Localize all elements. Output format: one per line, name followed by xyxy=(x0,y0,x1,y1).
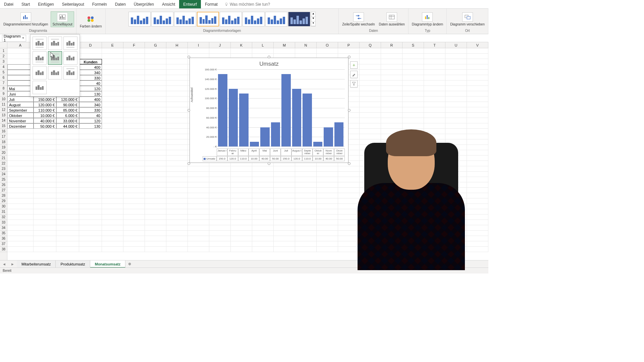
cell[interactable]: 33.000 € xyxy=(56,118,79,123)
cell[interactable] xyxy=(102,150,123,156)
cell[interactable] xyxy=(123,48,145,54)
cell[interactable] xyxy=(79,54,102,59)
cell[interactable] xyxy=(274,231,295,236)
cell[interactable] xyxy=(360,204,381,209)
cell[interactable] xyxy=(295,220,317,225)
cell[interactable] xyxy=(360,75,381,80)
cell[interactable] xyxy=(209,204,231,209)
cell[interactable] xyxy=(56,241,79,247)
cell[interactable] xyxy=(467,241,488,247)
cell[interactable] xyxy=(360,70,381,75)
cell[interactable] xyxy=(166,177,188,182)
cell[interactable]: November xyxy=(7,118,34,123)
layout-8[interactable] xyxy=(48,66,62,79)
cell[interactable] xyxy=(79,193,102,198)
cell[interactable] xyxy=(123,102,145,107)
cell[interactable] xyxy=(467,59,488,64)
cell[interactable] xyxy=(402,86,424,91)
cell[interactable] xyxy=(7,54,34,59)
cell[interactable] xyxy=(7,231,34,236)
cell[interactable] xyxy=(34,193,56,198)
cell[interactable] xyxy=(317,188,338,193)
cell[interactable]: 120 xyxy=(79,86,102,91)
sheet-tab-produkt[interactable]: Produktumsatz xyxy=(56,260,90,268)
row-header-8[interactable]: 8 xyxy=(0,86,7,91)
cell[interactable] xyxy=(231,48,252,54)
cell[interactable] xyxy=(7,139,34,145)
cell[interactable] xyxy=(295,236,317,241)
sheet-tab-mitarbeiter[interactable]: Mitarbeiterumsatz xyxy=(17,260,56,268)
cell[interactable] xyxy=(188,209,209,215)
cell[interactable] xyxy=(295,48,317,54)
cell[interactable] xyxy=(209,188,231,193)
cell[interactable] xyxy=(445,177,467,182)
cell[interactable] xyxy=(123,54,145,59)
cell[interactable] xyxy=(145,97,166,102)
cell[interactable] xyxy=(424,123,445,129)
cell[interactable] xyxy=(467,215,488,220)
cell[interactable] xyxy=(274,166,295,172)
cell[interactable] xyxy=(145,145,166,150)
cell[interactable] xyxy=(381,172,402,177)
cell[interactable] xyxy=(402,129,424,134)
cell[interactable] xyxy=(467,86,488,91)
cell[interactable] xyxy=(360,80,381,86)
cell[interactable] xyxy=(166,80,188,86)
cell[interactable] xyxy=(7,241,34,247)
cell[interactable] xyxy=(34,166,56,172)
col-header-V[interactable]: V xyxy=(467,42,488,48)
cell[interactable] xyxy=(7,182,34,188)
layout-10[interactable] xyxy=(33,81,47,94)
cell[interactable] xyxy=(424,236,445,241)
cell[interactable] xyxy=(145,193,166,198)
cell[interactable] xyxy=(381,59,402,64)
chart-style-3[interactable] xyxy=(174,12,196,26)
layout-5[interactable] xyxy=(48,51,62,65)
cell[interactable] xyxy=(317,172,338,177)
cell[interactable] xyxy=(102,241,123,247)
cell[interactable] xyxy=(424,139,445,145)
cell[interactable] xyxy=(467,236,488,241)
cell[interactable] xyxy=(145,139,166,145)
cell[interactable] xyxy=(317,220,338,225)
cell[interactable] xyxy=(295,231,317,236)
cell[interactable] xyxy=(231,204,252,209)
cell[interactable] xyxy=(467,247,488,252)
cell[interactable] xyxy=(360,54,381,59)
cell[interactable] xyxy=(381,75,402,80)
cell[interactable] xyxy=(402,59,424,64)
cell[interactable] xyxy=(166,113,188,118)
gallery-scroll[interactable]: ▲▼▾ xyxy=(311,12,316,26)
cell[interactable] xyxy=(188,220,209,225)
cell[interactable] xyxy=(34,177,56,182)
cell[interactable] xyxy=(7,134,34,139)
cell[interactable] xyxy=(402,188,424,193)
cell[interactable] xyxy=(402,113,424,118)
cell[interactable] xyxy=(123,123,145,129)
cell[interactable] xyxy=(166,204,188,209)
cell[interactable] xyxy=(424,134,445,139)
cell[interactable] xyxy=(123,231,145,236)
cell[interactable] xyxy=(209,198,231,204)
layout-9[interactable] xyxy=(63,66,77,79)
cell[interactable] xyxy=(56,156,79,161)
cell[interactable] xyxy=(34,188,56,193)
cell[interactable] xyxy=(317,231,338,236)
cell[interactable] xyxy=(166,139,188,145)
cell[interactable] xyxy=(381,91,402,97)
cell[interactable] xyxy=(34,161,56,166)
cell[interactable] xyxy=(56,166,79,172)
cell[interactable] xyxy=(317,247,338,252)
cell[interactable] xyxy=(7,145,34,150)
cell[interactable] xyxy=(166,215,188,220)
cell[interactable] xyxy=(360,145,381,150)
cell[interactable] xyxy=(123,225,145,231)
cell[interactable] xyxy=(295,166,317,172)
cell[interactable] xyxy=(402,231,424,236)
cell[interactable] xyxy=(7,156,34,161)
cell[interactable] xyxy=(188,166,209,172)
col-header-L[interactable]: L xyxy=(252,42,274,48)
cell[interactable] xyxy=(402,193,424,198)
cell[interactable] xyxy=(360,247,381,252)
cell[interactable] xyxy=(123,220,145,225)
